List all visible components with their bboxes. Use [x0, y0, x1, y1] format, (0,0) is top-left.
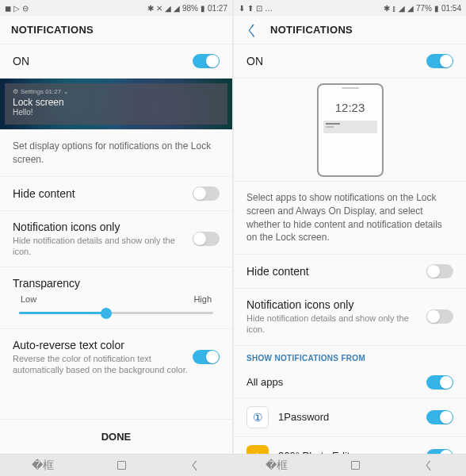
upload-icon: ⬆ [247, 4, 254, 13]
mini-phone-time: 12:23 [319, 101, 382, 114]
preview-title: Lock screen [13, 97, 220, 108]
preview-notification-card: ⚙Settings 01:27 ⌄ Lock screen Hello! [5, 83, 227, 125]
app-icon: ① [246, 406, 269, 428]
preview-top-text: Settings 01:27 [21, 88, 61, 95]
nav-back[interactable]: く [423, 459, 434, 473]
battery-icon: ▮ [201, 4, 205, 13]
master-toggle-label: ON [13, 55, 193, 67]
vibrate-icon: ⫿ [392, 4, 396, 13]
bluetooth-icon: ✱ [384, 4, 390, 13]
transparency-slider[interactable] [19, 312, 213, 314]
icons-only-row[interactable]: Notification icons only Hide notificatio… [234, 289, 466, 346]
master-toggle-row[interactable]: ON [234, 44, 466, 79]
done-button[interactable]: DONE [0, 419, 232, 454]
clock-text: 01:27 [208, 4, 227, 13]
bus-icon: ⊡ [256, 4, 262, 13]
icons-only-sub: Hide notification details and show only … [246, 313, 426, 336]
page-title: NOTIFICATIONS [270, 24, 353, 36]
app-row[interactable]: All apps [234, 367, 466, 398]
master-toggle-label: ON [246, 55, 426, 67]
slider-low-label: Low [21, 294, 36, 304]
icons-only-toggle[interactable] [426, 309, 453, 324]
auto-reverse-toggle[interactable] [193, 350, 220, 364]
app-toggle[interactable] [426, 449, 453, 454]
content-scroll[interactable]: ON 12:23 Select apps to show notificatio… [234, 44, 466, 454]
app-name-label: All apps [246, 376, 426, 388]
right-phone: ⬇ ⬆ ⊡ … ✱ ⫿ ◢ ◢ 77% ▮ 01:54 く NOTIFICATI… [234, 0, 466, 476]
wifi-icon: ◢ [165, 4, 171, 13]
icons-only-toggle[interactable] [193, 232, 220, 246]
nav-recent[interactable]: �框 [32, 459, 54, 473]
signal-icon: ◢ [174, 4, 180, 13]
app-icon: ⊖ [22, 4, 29, 13]
mute-icon: ✕ [156, 4, 162, 13]
auto-reverse-row[interactable]: Auto-reverse text color Reverse the colo… [0, 329, 232, 386]
auto-reverse-label: Auto-reverse text color [13, 339, 193, 351]
left-phone: ◼ ▷ ⊖ ✱ ✕ ◢ ◢ 98% ▮ 01:27 NOTIFICATIONS … [0, 0, 232, 476]
lockscreen-preview: ⚙Settings 01:27 ⌄ Lock screen Hello! [0, 79, 232, 130]
app-toggle[interactable] [426, 375, 453, 390]
nav-back[interactable]: く [189, 459, 201, 473]
transparency-row: Transparency Low High [0, 267, 232, 329]
master-toggle-row[interactable]: ON [0, 44, 232, 79]
description-text: Set display options for notifications on… [0, 130, 232, 177]
bluetooth-icon: ✱ [147, 4, 154, 13]
app-name-label: 1Password [278, 411, 426, 423]
transparency-label: Transparency [13, 277, 220, 290]
app-row[interactable]: ①1Password [234, 398, 466, 437]
back-button[interactable]: く [245, 23, 259, 37]
more-icon: … [265, 4, 273, 13]
wifi-icon: ◢ [399, 4, 405, 13]
app-toggle[interactable] [426, 410, 453, 424]
hide-content-row[interactable]: Hide content [0, 177, 232, 211]
download-icon: ⬇ [239, 4, 245, 13]
hide-content-toggle[interactable] [426, 264, 453, 278]
chevron-down-icon: ⌄ [63, 88, 69, 95]
app-icon: ✦ [246, 445, 269, 454]
navbar: �框 く [234, 454, 466, 476]
hide-content-toggle[interactable] [193, 186, 220, 201]
signal-icon: ◢ [407, 4, 414, 13]
status-bar: ⬇ ⬆ ⊡ … ✱ ⫿ ◢ ◢ 77% ▮ 01:54 [234, 0, 466, 16]
mini-phone-graphic: 12:23 [317, 83, 384, 177]
mini-phone-notif [323, 121, 377, 133]
nav-home[interactable] [351, 461, 360, 470]
app-row[interactable]: ✦360° Photo Editor [234, 437, 466, 454]
hide-content-label: Hide content [13, 187, 193, 200]
icons-only-row[interactable]: Notification icons only Hide notificatio… [0, 211, 232, 268]
slider-high-label: High [193, 294, 212, 304]
header: く NOTIFICATIONS [234, 16, 466, 44]
page-title: NOTIFICATIONS [11, 24, 94, 36]
status-bar: ◼ ▷ ⊖ ✱ ✕ ◢ ◢ 98% ▮ 01:27 [0, 0, 232, 16]
lockscreen-illustration: 12:23 [234, 79, 466, 182]
play-icon: ▷ [13, 4, 20, 13]
master-toggle[interactable] [193, 54, 220, 68]
hide-content-label: Hide content [246, 265, 426, 278]
icons-only-label: Notification icons only [13, 221, 193, 233]
master-toggle[interactable] [426, 54, 453, 68]
header: NOTIFICATIONS [0, 16, 232, 44]
description-text: Select apps to show notifications on the… [234, 182, 466, 255]
hide-content-row[interactable]: Hide content [234, 255, 466, 289]
battery-text: 98% [182, 4, 198, 13]
content-scroll[interactable]: ON ⚙Settings 01:27 ⌄ Lock screen Hello! … [0, 44, 232, 419]
navbar: �框 く [0, 454, 232, 476]
nav-recent[interactable]: �框 [265, 459, 288, 473]
icons-only-sub: Hide notification details and show only … [13, 235, 193, 258]
preview-body: Hello! [13, 108, 220, 117]
section-header: SHOW NOTIFICATIONS FROM [234, 346, 466, 367]
gear-icon: ⚙ [13, 88, 18, 95]
store-icon: ◼ [5, 4, 11, 13]
battery-text: 77% [416, 4, 432, 13]
icons-only-label: Notification icons only [246, 298, 426, 311]
clock-text: 01:54 [441, 4, 461, 13]
battery-icon: ▮ [434, 4, 439, 13]
auto-reverse-sub: Reverse the color of notification text a… [13, 353, 193, 376]
nav-home[interactable] [117, 461, 126, 470]
